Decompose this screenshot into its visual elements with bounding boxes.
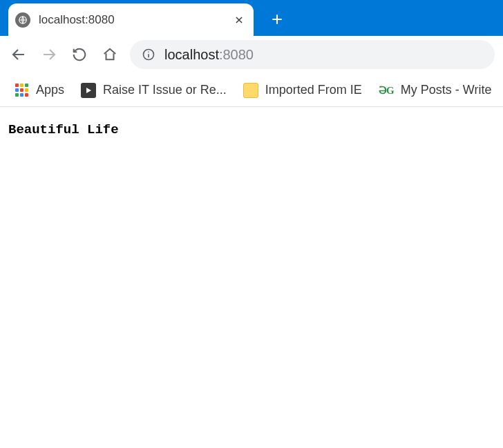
bookmark-label: Imported From IE xyxy=(265,83,362,97)
forward-button[interactable] xyxy=(39,44,59,65)
address-bar[interactable]: localhost:8080 xyxy=(130,40,495,69)
bookmark-label: My Posts - Write xyxy=(401,83,492,97)
reload-button[interactable] xyxy=(69,44,90,65)
bookmark-raise-it[interactable]: Raise IT Issue or Re... xyxy=(79,80,228,101)
info-icon[interactable] xyxy=(141,47,156,62)
page-content: Beautiful Life xyxy=(0,107,503,153)
new-tab-button[interactable] xyxy=(266,8,288,30)
url-path: :8080 xyxy=(219,47,254,63)
bookmark-imported-ie[interactable]: Imported From IE xyxy=(242,80,363,101)
bookmark-label: Raise IT Issue or Re... xyxy=(103,83,227,97)
toolbar: localhost:8080 xyxy=(0,36,503,74)
url-text: localhost:8080 xyxy=(164,47,254,63)
bookmark-my-posts[interactable]: ƏG My Posts - Write xyxy=(377,80,493,101)
tab-title: localhost:8080 xyxy=(39,13,223,27)
back-button[interactable] xyxy=(8,44,29,65)
bookmarks-bar: Apps Raise IT Issue or Re... Imported Fr… xyxy=(0,74,503,107)
globe-icon xyxy=(15,12,30,28)
bookmark-label: Apps xyxy=(36,83,64,97)
url-host: localhost xyxy=(164,47,219,63)
gfg-icon: ƏG xyxy=(379,83,394,98)
home-button[interactable] xyxy=(99,44,120,65)
page-text: Beautiful Life xyxy=(8,122,119,137)
folder-icon xyxy=(243,83,258,98)
browser-tab[interactable]: localhost:8080 xyxy=(8,3,254,36)
play-icon xyxy=(81,83,96,98)
apps-icon xyxy=(14,83,29,98)
close-icon[interactable] xyxy=(231,12,247,28)
bookmark-apps[interactable]: Apps xyxy=(12,80,66,101)
svg-point-3 xyxy=(148,51,149,52)
tab-strip: localhost:8080 xyxy=(0,0,503,36)
